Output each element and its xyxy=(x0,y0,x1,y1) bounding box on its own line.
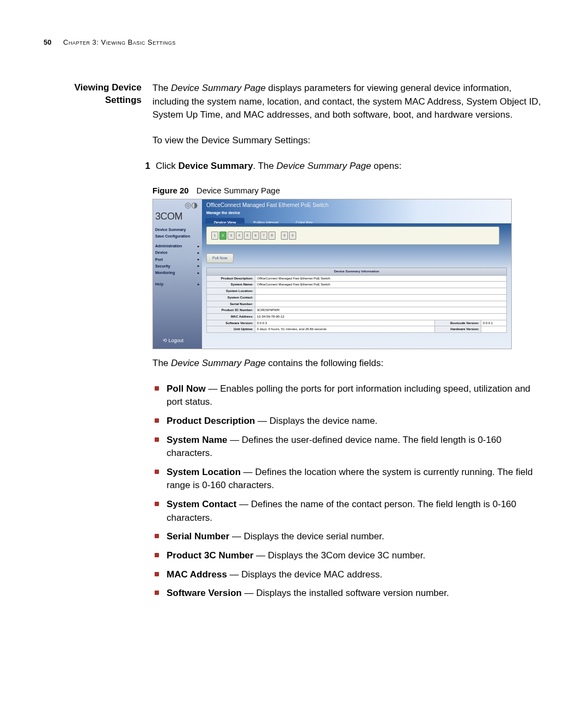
lbl-bootcode-version: Bootcode Version: xyxy=(435,320,481,326)
port-7[interactable]: 7 xyxy=(260,232,267,240)
list-item: System Contact — Defines the name of the… xyxy=(152,498,544,525)
lbl-system-contact: System Contact: xyxy=(207,294,255,301)
list-item: System Name — Defines the user-defined d… xyxy=(152,434,544,460)
nav-administration[interactable]: Administration▸ xyxy=(155,243,200,249)
figure-caption-text: Device Summary Page xyxy=(197,186,280,195)
chevron-right-icon: ▸ xyxy=(198,251,199,255)
val-product-3c: 3CRDSF9PWR xyxy=(255,307,507,314)
section-heading-line1: Viewing Device xyxy=(75,82,142,93)
port-3[interactable]: 3 xyxy=(228,232,235,240)
port-10[interactable]: 0 xyxy=(289,232,296,240)
lbl-uptime: Unit Uptime: xyxy=(207,326,255,333)
lbl-serial-number: Serial Number: xyxy=(207,301,255,307)
bullet-icon xyxy=(155,470,159,474)
lbl-hardware-version: Hardware Version: xyxy=(435,326,481,333)
bullet-icon xyxy=(155,437,159,442)
port-4[interactable]: 4 xyxy=(236,232,243,240)
lbl-software-version: Software Version: xyxy=(207,320,255,326)
intro-paragraph: The Device Summary Page displays paramet… xyxy=(152,82,544,122)
list-item: Serial Number — Displays the device seri… xyxy=(152,530,544,544)
val-product-description: OfficeConnect Managed Fast Ethernet PoE … xyxy=(255,275,507,282)
bullet-icon xyxy=(155,534,159,538)
logout-link[interactable]: ⟲ Logout xyxy=(163,337,183,344)
val-system-name: OfficeConnect Managed Fast Ethernet PoE … xyxy=(255,282,507,288)
bullet-icon xyxy=(155,386,159,391)
section-heading: Viewing Device Settings xyxy=(44,82,142,107)
ss-header-title: OfficeConnect Managed Fast Ethernet PoE … xyxy=(202,199,511,210)
ss-ports-panel: 1 2 3 4 5 6 7 8 9 0 xyxy=(206,227,499,245)
val-mac-address: 12-34-56-78-90-12 xyxy=(255,313,507,320)
port-8[interactable]: 8 xyxy=(268,232,275,240)
ss-header-sub: Manage the device xyxy=(202,209,511,217)
bullet-icon xyxy=(155,591,159,595)
chevron-right-icon: ▸ xyxy=(198,244,199,249)
val-system-contact xyxy=(255,294,507,301)
lead-paragraph: To view the Device Summary Settings: xyxy=(152,134,544,148)
chapter-title: Chapter 3: Viewing Basic Settings xyxy=(63,38,176,46)
bullet-icon xyxy=(155,572,159,576)
page-header: 50 Chapter 3: Viewing Basic Settings xyxy=(44,38,544,46)
val-system-location xyxy=(255,288,507,295)
figure-label: Figure 20 xyxy=(152,186,189,195)
val-bootcode-version: 0.0.0.1 xyxy=(481,320,507,326)
page-number: 50 xyxy=(44,38,51,46)
lbl-product-description: Product Description: xyxy=(207,275,255,282)
port-1[interactable]: 1 xyxy=(211,232,218,240)
step-number: 1 xyxy=(139,160,150,173)
lbl-mac-address: MAC Address: xyxy=(207,313,255,320)
nav-save-configuration[interactable]: Save Configuration xyxy=(155,233,200,240)
list-item: System Location — Defines the location w… xyxy=(152,466,544,492)
chevron-right-icon: ▸ xyxy=(198,257,199,262)
port-5[interactable]: 5 xyxy=(244,232,251,240)
step-1: 1 Click Device Summary. The Device Summa… xyxy=(152,160,544,173)
poll-now-button[interactable]: Poll Now xyxy=(206,253,234,263)
section-heading-line2: Settings xyxy=(105,95,142,105)
chevron-right-icon: ▸ xyxy=(198,264,199,269)
chevron-right-icon: ▸ xyxy=(198,282,200,287)
chevron-right-icon: ▸ xyxy=(198,271,199,276)
list-item: Software Version — Displays the installe… xyxy=(152,587,544,600)
list-item: Poll Now — Enables polling the ports for… xyxy=(152,382,544,409)
screenshot-device-summary-page: ◎◑ 3COM Device Summary Save Configuratio… xyxy=(152,199,512,349)
lbl-system-name: System Name: xyxy=(207,282,255,288)
ss-sidebar: ◎◑ 3COM Device Summary Save Configuratio… xyxy=(153,199,202,349)
port-2[interactable]: 2 xyxy=(219,232,226,240)
list-item: Product Description — Displays the devic… xyxy=(152,415,544,428)
after-figure-paragraph: The Device Summary Page contains the fol… xyxy=(152,357,544,370)
nav-device-summary[interactable]: Device Summary xyxy=(155,227,200,233)
step-text: Click Device Summary. The Device Summary… xyxy=(156,160,401,173)
list-item: MAC Address — Displays the device MAC ad… xyxy=(152,568,544,582)
nav-security[interactable]: Security▸ xyxy=(155,263,200,270)
nav-device[interactable]: Device▸ xyxy=(155,249,200,256)
val-software-version: 0.0.0.3 xyxy=(255,320,435,326)
bullet-icon xyxy=(155,418,159,423)
nav-help[interactable]: Help▸ xyxy=(155,282,200,287)
ss-main: OfficeConnect Managed Fast Ethernet PoE … xyxy=(202,199,511,349)
nav-monitoring[interactable]: Monitoring▸ xyxy=(155,270,200,276)
brand-swirl-icon: ◎◑ xyxy=(155,202,198,208)
bullet-icon xyxy=(155,553,159,557)
bullet-icon xyxy=(155,502,159,506)
table-header: Device Summary Information xyxy=(207,268,507,276)
lbl-system-location: System Location: xyxy=(207,288,255,295)
device-summary-table: Device Summary Information Product Descr… xyxy=(206,267,507,333)
val-serial-number xyxy=(255,301,507,307)
list-item: Product 3C Number — Displays the 3Com de… xyxy=(152,549,544,563)
port-6[interactable]: 6 xyxy=(252,232,259,240)
nav-port[interactable]: Port▸ xyxy=(155,257,200,263)
brand-logo: 3COM xyxy=(155,209,200,223)
lbl-product-3c: Product 3C Number: xyxy=(207,307,255,314)
field-definitions-list: Poll Now — Enables polling the ports for… xyxy=(152,382,544,600)
port-9[interactable]: 9 xyxy=(281,232,288,240)
val-hardware-version xyxy=(481,326,507,333)
val-uptime: 0 days, 0 hours, 51 minutes, and 29.86 s… xyxy=(255,326,435,333)
figure-caption: Figure 20 Device Summary Page xyxy=(152,185,544,197)
